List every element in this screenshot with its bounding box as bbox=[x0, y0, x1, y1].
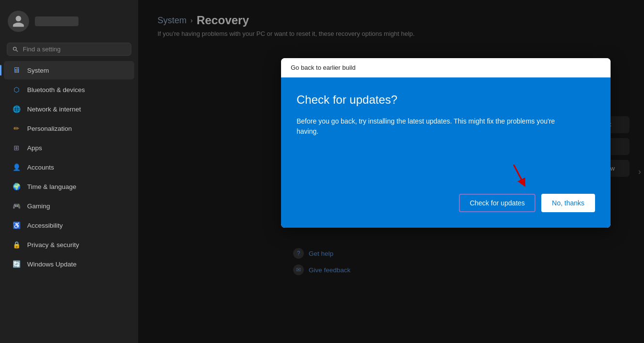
dialog: Go back to earlier build Check for updat… bbox=[281, 58, 611, 228]
update-icon: 🔄 bbox=[12, 259, 21, 269]
sidebar-item-accessibility[interactable]: ♿ Accessibility bbox=[4, 216, 134, 234]
accounts-icon: 👤 bbox=[12, 162, 21, 172]
check-for-updates-button[interactable]: Check for updates bbox=[459, 194, 535, 212]
gaming-icon: 🎮 bbox=[12, 201, 21, 211]
sidebar-item-label: Accessibility bbox=[27, 222, 63, 229]
sidebar-item-system[interactable]: 🖥 System bbox=[4, 61, 134, 79]
sidebar-item-network[interactable]: 🌐 Network & internet bbox=[4, 100, 134, 118]
sidebar-item-label: Personalization bbox=[27, 125, 72, 132]
avatar[interactable] bbox=[8, 11, 29, 32]
system-icon: 🖥 bbox=[12, 65, 21, 75]
dialog-title-bar: Go back to earlier build bbox=[281, 58, 611, 78]
sidebar-item-label: Accounts bbox=[27, 164, 54, 171]
dialog-buttons: Check for updates No, thanks bbox=[459, 194, 595, 212]
sidebar-item-label: Apps bbox=[27, 144, 42, 152]
search-box[interactable] bbox=[7, 43, 131, 56]
sidebar-item-privacy[interactable]: 🔒 Privacy & security bbox=[4, 235, 134, 254]
user-name bbox=[35, 16, 79, 26]
search-input[interactable] bbox=[23, 46, 126, 53]
sidebar-item-label: Privacy & security bbox=[27, 241, 79, 249]
time-icon: 🌍 bbox=[12, 182, 21, 191]
sidebar-item-personalization[interactable]: ✏ Personalization bbox=[4, 119, 134, 138]
network-icon: 🌐 bbox=[12, 104, 21, 114]
privacy-icon: 🔒 bbox=[12, 240, 21, 249]
sidebar-header bbox=[0, 5, 138, 40]
sidebar-item-label: Gaming bbox=[27, 203, 50, 210]
sidebar-item-apps[interactable]: ⊞ Apps bbox=[4, 139, 134, 157]
sidebar-item-label: Bluetooth & devices bbox=[27, 86, 85, 94]
dialog-body: Check for updates? Before you go back, t… bbox=[281, 78, 611, 228]
personalization-icon: ✏ bbox=[12, 124, 21, 133]
sidebar-item-label: Time & language bbox=[27, 183, 77, 190]
red-arrow-annotation bbox=[504, 160, 533, 189]
sidebar: 🖥 System ⬡ Bluetooth & devices 🌐 Network… bbox=[0, 0, 138, 343]
sidebar-item-gaming[interactable]: 🎮 Gaming bbox=[4, 197, 134, 215]
search-icon bbox=[12, 46, 19, 53]
sidebar-item-label: Network & internet bbox=[27, 106, 81, 113]
sidebar-item-label: Windows Update bbox=[27, 261, 77, 268]
sidebar-item-accounts[interactable]: 👤 Accounts bbox=[4, 158, 134, 176]
main-content: System › Recovery If you're having probl… bbox=[138, 0, 644, 343]
sidebar-item-bluetooth[interactable]: ⬡ Bluetooth & devices bbox=[4, 80, 134, 99]
sidebar-item-label: System bbox=[27, 67, 49, 74]
sidebar-item-update[interactable]: 🔄 Windows Update bbox=[4, 255, 134, 273]
svg-line-1 bbox=[514, 165, 523, 183]
apps-icon: ⊞ bbox=[12, 143, 21, 153]
dialog-body-text: Before you go back, try installing the l… bbox=[297, 116, 568, 137]
sidebar-item-time[interactable]: 🌍 Time & language bbox=[4, 177, 134, 196]
no-thanks-button[interactable]: No, thanks bbox=[541, 194, 595, 212]
bluetooth-icon: ⬡ bbox=[12, 85, 21, 94]
accessibility-icon: ♿ bbox=[12, 220, 21, 230]
dialog-heading: Check for updates? bbox=[297, 93, 595, 107]
